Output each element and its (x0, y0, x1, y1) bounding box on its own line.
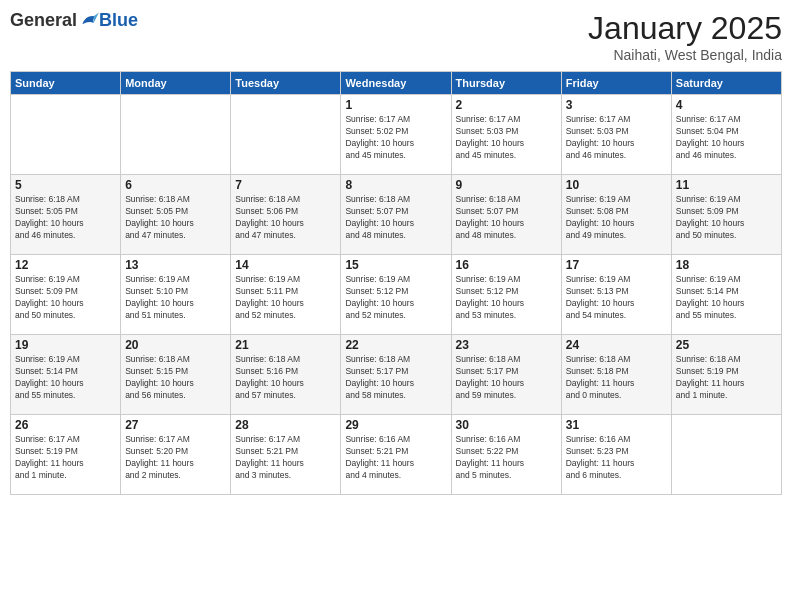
calendar-header-friday: Friday (561, 72, 671, 95)
day-number: 6 (125, 178, 226, 192)
calendar-cell: 2Sunrise: 6:17 AM Sunset: 5:03 PM Daylig… (451, 95, 561, 175)
day-info: Sunrise: 6:18 AM Sunset: 5:17 PM Dayligh… (345, 354, 446, 402)
calendar-cell: 13Sunrise: 6:19 AM Sunset: 5:10 PM Dayli… (121, 255, 231, 335)
calendar-cell: 12Sunrise: 6:19 AM Sunset: 5:09 PM Dayli… (11, 255, 121, 335)
day-number: 21 (235, 338, 336, 352)
calendar-cell: 29Sunrise: 6:16 AM Sunset: 5:21 PM Dayli… (341, 415, 451, 495)
day-info: Sunrise: 6:19 AM Sunset: 5:09 PM Dayligh… (15, 274, 116, 322)
calendar-week-4: 19Sunrise: 6:19 AM Sunset: 5:14 PM Dayli… (11, 335, 782, 415)
day-number: 11 (676, 178, 777, 192)
day-info: Sunrise: 6:19 AM Sunset: 5:13 PM Dayligh… (566, 274, 667, 322)
day-info: Sunrise: 6:18 AM Sunset: 5:15 PM Dayligh… (125, 354, 226, 402)
calendar-cell: 3Sunrise: 6:17 AM Sunset: 5:03 PM Daylig… (561, 95, 671, 175)
day-number: 27 (125, 418, 226, 432)
calendar-cell (11, 95, 121, 175)
calendar-cell: 31Sunrise: 6:16 AM Sunset: 5:23 PM Dayli… (561, 415, 671, 495)
calendar-cell: 16Sunrise: 6:19 AM Sunset: 5:12 PM Dayli… (451, 255, 561, 335)
calendar-cell: 17Sunrise: 6:19 AM Sunset: 5:13 PM Dayli… (561, 255, 671, 335)
calendar-cell: 7Sunrise: 6:18 AM Sunset: 5:06 PM Daylig… (231, 175, 341, 255)
header: General Blue January 2025 Naihati, West … (10, 10, 782, 63)
day-number: 15 (345, 258, 446, 272)
calendar-cell: 30Sunrise: 6:16 AM Sunset: 5:22 PM Dayli… (451, 415, 561, 495)
calendar-cell (671, 415, 781, 495)
calendar-cell: 28Sunrise: 6:17 AM Sunset: 5:21 PM Dayli… (231, 415, 341, 495)
day-info: Sunrise: 6:19 AM Sunset: 5:10 PM Dayligh… (125, 274, 226, 322)
page: General Blue January 2025 Naihati, West … (0, 0, 792, 612)
logo-bird-icon (79, 11, 99, 31)
day-number: 3 (566, 98, 667, 112)
calendar-header-row: SundayMondayTuesdayWednesdayThursdayFrid… (11, 72, 782, 95)
day-number: 14 (235, 258, 336, 272)
day-number: 16 (456, 258, 557, 272)
day-number: 26 (15, 418, 116, 432)
day-info: Sunrise: 6:18 AM Sunset: 5:05 PM Dayligh… (125, 194, 226, 242)
calendar-week-5: 26Sunrise: 6:17 AM Sunset: 5:19 PM Dayli… (11, 415, 782, 495)
day-number: 18 (676, 258, 777, 272)
day-info: Sunrise: 6:18 AM Sunset: 5:07 PM Dayligh… (345, 194, 446, 242)
day-info: Sunrise: 6:17 AM Sunset: 5:03 PM Dayligh… (456, 114, 557, 162)
day-info: Sunrise: 6:17 AM Sunset: 5:03 PM Dayligh… (566, 114, 667, 162)
day-info: Sunrise: 6:19 AM Sunset: 5:09 PM Dayligh… (676, 194, 777, 242)
calendar-header-monday: Monday (121, 72, 231, 95)
day-info: Sunrise: 6:18 AM Sunset: 5:16 PM Dayligh… (235, 354, 336, 402)
calendar-cell: 20Sunrise: 6:18 AM Sunset: 5:15 PM Dayli… (121, 335, 231, 415)
calendar-cell: 19Sunrise: 6:19 AM Sunset: 5:14 PM Dayli… (11, 335, 121, 415)
day-number: 12 (15, 258, 116, 272)
day-info: Sunrise: 6:18 AM Sunset: 5:07 PM Dayligh… (456, 194, 557, 242)
day-info: Sunrise: 6:16 AM Sunset: 5:21 PM Dayligh… (345, 434, 446, 482)
day-info: Sunrise: 6:18 AM Sunset: 5:17 PM Dayligh… (456, 354, 557, 402)
day-info: Sunrise: 6:17 AM Sunset: 5:19 PM Dayligh… (15, 434, 116, 482)
day-info: Sunrise: 6:18 AM Sunset: 5:19 PM Dayligh… (676, 354, 777, 402)
calendar-week-2: 5Sunrise: 6:18 AM Sunset: 5:05 PM Daylig… (11, 175, 782, 255)
day-number: 1 (345, 98, 446, 112)
day-info: Sunrise: 6:16 AM Sunset: 5:23 PM Dayligh… (566, 434, 667, 482)
calendar-cell: 18Sunrise: 6:19 AM Sunset: 5:14 PM Dayli… (671, 255, 781, 335)
day-info: Sunrise: 6:17 AM Sunset: 5:02 PM Dayligh… (345, 114, 446, 162)
calendar-week-3: 12Sunrise: 6:19 AM Sunset: 5:09 PM Dayli… (11, 255, 782, 335)
day-info: Sunrise: 6:17 AM Sunset: 5:20 PM Dayligh… (125, 434, 226, 482)
day-number: 20 (125, 338, 226, 352)
calendar-table: SundayMondayTuesdayWednesdayThursdayFrid… (10, 71, 782, 495)
calendar-header-saturday: Saturday (671, 72, 781, 95)
day-info: Sunrise: 6:19 AM Sunset: 5:14 PM Dayligh… (15, 354, 116, 402)
calendar-cell: 22Sunrise: 6:18 AM Sunset: 5:17 PM Dayli… (341, 335, 451, 415)
calendar-cell: 10Sunrise: 6:19 AM Sunset: 5:08 PM Dayli… (561, 175, 671, 255)
calendar-header-wednesday: Wednesday (341, 72, 451, 95)
calendar-cell (121, 95, 231, 175)
day-number: 23 (456, 338, 557, 352)
month-title: January 2025 (588, 10, 782, 47)
location: Naihati, West Bengal, India (588, 47, 782, 63)
logo-general: General (10, 10, 77, 31)
day-number: 5 (15, 178, 116, 192)
day-info: Sunrise: 6:18 AM Sunset: 5:06 PM Dayligh… (235, 194, 336, 242)
calendar-header-thursday: Thursday (451, 72, 561, 95)
calendar-cell: 8Sunrise: 6:18 AM Sunset: 5:07 PM Daylig… (341, 175, 451, 255)
logo-text: General Blue (10, 10, 138, 31)
day-number: 28 (235, 418, 336, 432)
day-number: 17 (566, 258, 667, 272)
calendar-cell: 9Sunrise: 6:18 AM Sunset: 5:07 PM Daylig… (451, 175, 561, 255)
day-number: 22 (345, 338, 446, 352)
calendar-cell: 4Sunrise: 6:17 AM Sunset: 5:04 PM Daylig… (671, 95, 781, 175)
calendar-cell: 6Sunrise: 6:18 AM Sunset: 5:05 PM Daylig… (121, 175, 231, 255)
day-number: 29 (345, 418, 446, 432)
logo-blue: Blue (99, 10, 138, 31)
day-number: 7 (235, 178, 336, 192)
calendar-header-sunday: Sunday (11, 72, 121, 95)
day-number: 24 (566, 338, 667, 352)
calendar-week-1: 1Sunrise: 6:17 AM Sunset: 5:02 PM Daylig… (11, 95, 782, 175)
calendar-cell (231, 95, 341, 175)
day-number: 25 (676, 338, 777, 352)
day-info: Sunrise: 6:17 AM Sunset: 5:21 PM Dayligh… (235, 434, 336, 482)
calendar-header-tuesday: Tuesday (231, 72, 341, 95)
day-number: 30 (456, 418, 557, 432)
day-info: Sunrise: 6:19 AM Sunset: 5:08 PM Dayligh… (566, 194, 667, 242)
logo: General Blue (10, 10, 138, 31)
calendar-cell: 27Sunrise: 6:17 AM Sunset: 5:20 PM Dayli… (121, 415, 231, 495)
day-number: 8 (345, 178, 446, 192)
day-number: 2 (456, 98, 557, 112)
calendar-cell: 23Sunrise: 6:18 AM Sunset: 5:17 PM Dayli… (451, 335, 561, 415)
title-section: January 2025 Naihati, West Bengal, India (588, 10, 782, 63)
day-number: 31 (566, 418, 667, 432)
calendar-cell: 14Sunrise: 6:19 AM Sunset: 5:11 PM Dayli… (231, 255, 341, 335)
